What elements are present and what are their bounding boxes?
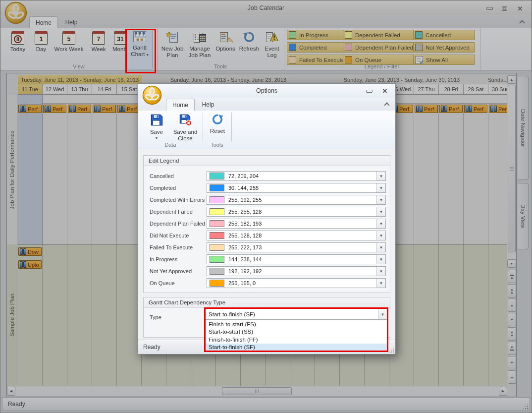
horizontal-scrollbar[interactable]: ◀ ▶	[7, 387, 507, 396]
date-navigator-tab[interactable]: Date Navigator	[518, 76, 529, 180]
dropdown-arrow-icon[interactable]: ▾	[378, 309, 387, 319]
legend-color-combo[interactable]: 255, 182, 193 ▾	[207, 219, 386, 229]
day-header-cell[interactable]: 12 Wed	[43, 84, 67, 95]
scroll-to-bottom-button[interactable]: ▼	[508, 342, 516, 355]
tab-home[interactable]: Home	[29, 16, 58, 29]
restore-button[interactable]	[499, 5, 510, 12]
filter-not-yet-approved-button[interactable]: Not Yet Approved	[413, 42, 475, 53]
new-job-plan-button[interactable]: New Job Plan	[159, 29, 186, 59]
scroll-right-icon[interactable]: ▶	[499, 387, 507, 396]
ribbon-collapse-icon[interactable]	[520, 19, 525, 24]
dropdown-arrow-icon[interactable]: ▾	[376, 219, 385, 228]
day-view-button[interactable]: 1 Day	[31, 29, 51, 53]
dropdown-arrow-icon[interactable]: ▾	[376, 207, 385, 216]
filter-dependent-failed-button[interactable]: Dependent Failed	[343, 30, 419, 40]
legend-color-combo[interactable]: 30, 144, 255 ▾	[207, 183, 386, 193]
dropdown-option[interactable]: Start-to-finish (SF)	[206, 344, 387, 351]
filter-completed-button[interactable]: Completed	[287, 42, 350, 53]
options-button[interactable]: ✎ Options	[213, 29, 237, 53]
gantt-task-bar[interactable]: Dow	[18, 247, 42, 256]
ribbon-group-legend-filter: In Progress Completed Failed To Execute …	[284, 28, 480, 70]
gantt-task-bar[interactable]: Perf	[489, 105, 507, 113]
zoom-in-button[interactable]: +	[508, 356, 516, 369]
filter-in-progress-button[interactable]: In Progress	[287, 30, 350, 40]
day-header-cell[interactable]: 29 Sat	[464, 84, 488, 95]
dropdown-arrow-icon[interactable]: ▾	[376, 267, 385, 276]
day-header-cell[interactable]: 28 Fri	[439, 84, 464, 95]
dropdown-arrow-icon[interactable]: ▾	[376, 172, 385, 180]
app-logo-icon[interactable]	[4, 1, 27, 26]
dropdown-arrow-icon[interactable]: ▾	[376, 255, 385, 264]
main-ribbon: 8 Today 1 Day 5 Work Week 7 Week 31 Mo	[0, 28, 532, 71]
day-header-cell[interactable]: 30 Sun	[488, 84, 507, 95]
scroll-up-icon[interactable]: ▲	[507, 75, 516, 84]
dropdown-option[interactable]: Finish-to-finish (FF)	[206, 336, 387, 344]
dialog-tab-help[interactable]: Help	[197, 99, 219, 111]
refresh-button[interactable]: Refresh	[236, 29, 262, 53]
resize-grip[interactable]	[523, 404, 529, 410]
close-button[interactable]: ✕	[515, 5, 526, 12]
gantt-task-bar[interactable]: Perf	[464, 105, 487, 113]
gantt-task-bar[interactable]: Uplo	[18, 260, 42, 269]
legend-color-combo[interactable]: 255, 255, 128 ▾	[207, 207, 386, 217]
save-and-close-button[interactable]: Save and Close	[170, 112, 201, 142]
day-header-cell[interactable]: 27 Thu	[414, 84, 439, 95]
day-header-cell[interactable]: 13 Thu	[67, 84, 92, 95]
vertical-scroll-thumb[interactable]	[508, 85, 516, 252]
gantt-task-bar[interactable]: Perf	[117, 105, 141, 113]
gantt-task-bar[interactable]: Perf	[93, 105, 116, 113]
legend-color-combo[interactable]: 255, 165, 0 ▾	[207, 278, 386, 288]
page-up-button[interactable]: ▲▲	[508, 284, 516, 297]
dropdown-option[interactable]: Finish-to-start (FS)	[206, 320, 387, 328]
page-down-button[interactable]: ▼▼	[508, 327, 516, 341]
options-dialog: Options ✕ Home Help	[138, 83, 396, 354]
dropdown-arrow-icon[interactable]: ▾	[376, 243, 385, 252]
today-button[interactable]: 8 Today	[6, 29, 29, 53]
dropdown-arrow-icon[interactable]: ▾	[376, 183, 385, 192]
gantt-task-bar[interactable]: Perf	[43, 105, 66, 113]
dependency-type-combo[interactable]: Start-to-finish (SF) ▾	[206, 309, 387, 320]
gantt-task-bar[interactable]: Perf	[18, 105, 42, 113]
dialog-minimize-button[interactable]	[364, 88, 374, 95]
zoom-out-button[interactable]: −	[508, 370, 516, 384]
legend-color-combo[interactable]: 144, 238, 144 ▾	[207, 254, 386, 264]
legend-color-combo[interactable]: 192, 192, 192 ▾	[207, 266, 386, 276]
gantt-task-bar[interactable]: Perf	[415, 105, 438, 113]
gantt-task-bar[interactable]: Perf	[68, 105, 91, 113]
day-view-tab[interactable]: Day View	[518, 183, 529, 249]
save-button[interactable]: Save ▾	[144, 112, 169, 140]
event-log-button[interactable]: Event Log	[261, 29, 283, 59]
horizontal-scroll-thumb[interactable]	[222, 387, 292, 395]
legend-color-combo[interactable]: 255, 192, 255 ▾	[207, 195, 386, 205]
legend-color-combo[interactable]: 255, 222, 173 ▾	[207, 242, 386, 252]
dialog-close-button[interactable]: ✕	[379, 87, 390, 94]
manage-job-plan-button[interactable]: Manage Job Plan	[185, 29, 214, 59]
day-header-cell[interactable]: 11 Tue	[18, 84, 43, 95]
scroll-left-icon[interactable]: ◀	[7, 387, 15, 396]
filter-dependent-plan-failed-button[interactable]: Dependent Plan Failed	[343, 42, 419, 53]
week-button[interactable]: 7 Week	[88, 29, 109, 53]
week-band[interactable]: Tuesday, June 11, 2013 - Sunday, June 16…	[18, 75, 142, 84]
vertical-scrollbar[interactable]: ▲ ▼	[507, 75, 516, 268]
reset-button[interactable]: Reset	[206, 112, 229, 134]
legend-color-combo[interactable]: 255, 128, 128 ▾	[207, 231, 386, 240]
work-week-button[interactable]: 5 Work Week	[50, 29, 88, 53]
dialog-resize-grip[interactable]	[388, 347, 394, 353]
minimize-button[interactable]	[484, 5, 495, 12]
filter-cancelled-button[interactable]: Cancelled	[413, 30, 475, 40]
week-band[interactable]: Sunda...	[488, 75, 507, 84]
day-header-cell[interactable]: 14 Fri	[92, 84, 117, 95]
dropdown-arrow-icon[interactable]: ▾	[376, 231, 385, 240]
dropdown-arrow-icon[interactable]: ▾	[376, 279, 385, 288]
gantt-task-bar[interactable]: Perf	[439, 105, 463, 113]
tab-help[interactable]: Help	[59, 16, 84, 28]
line-down-button[interactable]: ▼	[508, 313, 516, 326]
legend-color-combo[interactable]: 72, 209, 204 ▾	[207, 171, 386, 181]
line-up-button[interactable]: ▲	[508, 298, 516, 312]
scroll-to-top-button[interactable]: ▲	[508, 270, 516, 283]
dialog-tab-home[interactable]: Home	[166, 99, 195, 111]
scroll-down-icon[interactable]: ▼	[507, 259, 516, 268]
dropdown-arrow-icon[interactable]: ▾	[376, 195, 385, 204]
dialog-ribbon-collapse-icon[interactable]	[385, 102, 389, 106]
dropdown-option[interactable]: Start-to-start (SS)	[206, 328, 387, 336]
